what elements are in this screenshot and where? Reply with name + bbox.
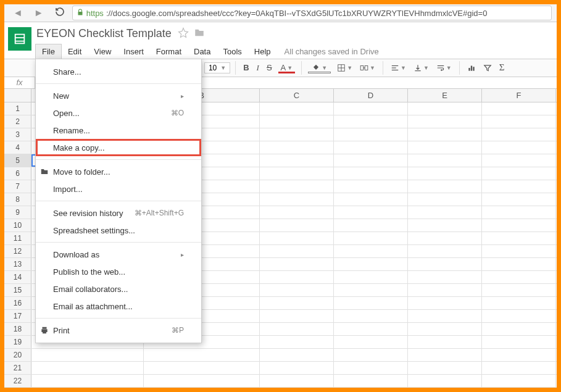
cell[interactable]: [334, 154, 408, 167]
cell[interactable]: [482, 206, 556, 219]
cell[interactable]: [408, 232, 482, 244]
cell[interactable]: [408, 219, 482, 231]
cell[interactable]: [260, 154, 334, 167]
cell[interactable]: [408, 362, 482, 374]
cell[interactable]: [334, 102, 408, 115]
row-header[interactable]: 17: [4, 310, 31, 322]
cell[interactable]: [482, 180, 556, 193]
row-header[interactable]: 7: [4, 180, 31, 193]
cell[interactable]: [482, 232, 556, 244]
row-header[interactable]: 10: [4, 219, 31, 231]
cell[interactable]: [408, 245, 482, 257]
row-header[interactable]: 20: [4, 349, 31, 361]
cell[interactable]: [334, 128, 408, 141]
cell[interactable]: [260, 245, 334, 257]
vertical-align-button[interactable]: ▼: [411, 62, 431, 73]
cell[interactable]: [31, 375, 144, 387]
row-header[interactable]: 14: [4, 271, 31, 283]
cell[interactable]: [408, 193, 482, 206]
cell[interactable]: [408, 349, 482, 361]
cell[interactable]: [144, 349, 260, 361]
cell[interactable]: [482, 310, 556, 322]
cell[interactable]: [482, 362, 556, 374]
cell[interactable]: [334, 375, 408, 387]
cell[interactable]: [260, 180, 334, 193]
bold-button[interactable]: B: [241, 62, 251, 73]
cell[interactable]: [260, 271, 334, 283]
cell[interactable]: [408, 323, 482, 335]
cell[interactable]: [408, 141, 482, 154]
borders-button[interactable]: ▼: [335, 62, 355, 73]
cell[interactable]: [260, 141, 334, 154]
cell[interactable]: [260, 102, 334, 115]
file-email-collaborators[interactable]: Email collaborators...: [36, 280, 201, 298]
menu-edit[interactable]: Edit: [62, 44, 88, 59]
cell[interactable]: [408, 180, 482, 193]
cell[interactable]: [260, 349, 334, 361]
file-spreadsheet-settings[interactable]: Spreadsheet settings...: [36, 222, 201, 239]
cell[interactable]: [334, 206, 408, 219]
row-header[interactable]: 11: [4, 232, 31, 244]
cell[interactable]: [260, 362, 334, 374]
cell[interactable]: [260, 128, 334, 141]
col-header-f[interactable]: F: [482, 89, 556, 102]
cell[interactable]: [482, 115, 556, 128]
menu-file[interactable]: File: [35, 44, 62, 59]
row-header[interactable]: 16: [4, 297, 31, 309]
cell[interactable]: [31, 362, 144, 374]
file-new[interactable]: New▸: [36, 87, 201, 104]
row-header[interactable]: 5: [4, 154, 31, 167]
menu-help[interactable]: Help: [248, 44, 277, 59]
file-print[interactable]: Print⌘P: [36, 322, 201, 339]
horizontal-align-button[interactable]: ▼: [388, 62, 409, 73]
cell[interactable]: [334, 284, 408, 296]
cell[interactable]: [408, 102, 482, 115]
file-download-as[interactable]: Download as▸: [36, 246, 201, 263]
cell[interactable]: [334, 310, 408, 322]
file-email-attachment[interactable]: Email as attachment...: [36, 298, 201, 315]
file-share[interactable]: Share...: [36, 63, 201, 80]
row-header[interactable]: 3: [4, 128, 31, 141]
cell[interactable]: [482, 154, 556, 167]
cell[interactable]: [334, 323, 408, 335]
cell[interactable]: [260, 258, 334, 270]
fill-color-button[interactable]: ▼: [307, 62, 332, 73]
strikethrough-button[interactable]: S: [264, 62, 275, 73]
cell[interactable]: [334, 167, 408, 180]
cell[interactable]: [408, 284, 482, 296]
cell[interactable]: [260, 193, 334, 206]
sheets-logo[interactable]: [8, 27, 31, 51]
cell[interactable]: [334, 245, 408, 257]
functions-button[interactable]: Σ: [497, 61, 507, 74]
cell[interactable]: [334, 349, 408, 361]
row-header[interactable]: 18: [4, 323, 31, 335]
cell[interactable]: [408, 258, 482, 270]
font-size-select[interactable]: 10▼: [204, 62, 230, 73]
cell[interactable]: [482, 271, 556, 283]
cell[interactable]: [260, 297, 334, 309]
cell[interactable]: [260, 323, 334, 335]
cell[interactable]: [482, 375, 556, 387]
cell[interactable]: [408, 167, 482, 180]
cell[interactable]: [482, 336, 556, 348]
cell[interactable]: [334, 362, 408, 374]
cell[interactable]: [334, 258, 408, 270]
url-bar[interactable]: https://docs.google.com/spreadsheet/ccc?…: [72, 6, 552, 20]
cell[interactable]: [408, 336, 482, 348]
cell[interactable]: [482, 245, 556, 257]
cell[interactable]: [408, 310, 482, 322]
cell[interactable]: [482, 323, 556, 335]
cell[interactable]: [334, 271, 408, 283]
cell[interactable]: [260, 232, 334, 244]
cell[interactable]: [31, 349, 144, 361]
select-all-corner[interactable]: [4, 89, 31, 102]
cell[interactable]: [334, 297, 408, 309]
col-header-e[interactable]: E: [408, 89, 482, 102]
col-header-c[interactable]: C: [260, 89, 334, 102]
cell[interactable]: [408, 154, 482, 167]
cell[interactable]: [408, 271, 482, 283]
cell[interactable]: [144, 375, 260, 387]
text-color-button[interactable]: A▼: [277, 62, 297, 73]
cell[interactable]: [260, 336, 334, 348]
cell[interactable]: [260, 167, 334, 180]
